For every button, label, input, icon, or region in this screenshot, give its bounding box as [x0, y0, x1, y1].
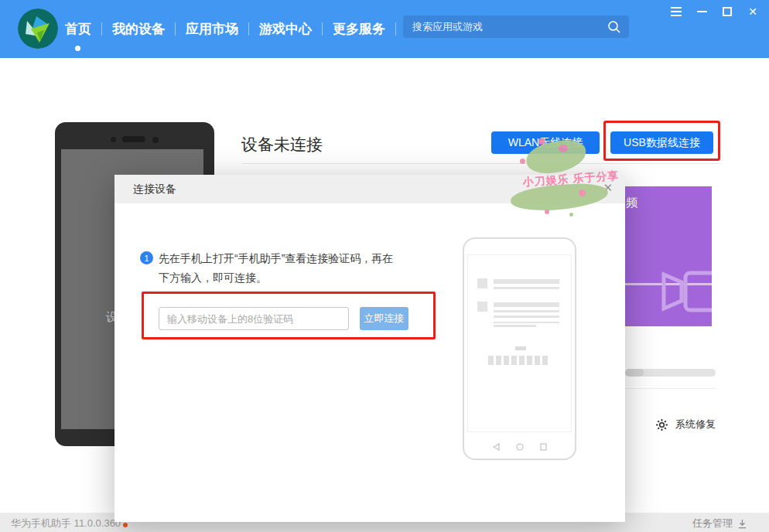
- placeholder-line: [494, 322, 559, 323]
- back-icon: [493, 443, 500, 451]
- verification-code-input[interactable]: [159, 307, 349, 330]
- code-boxes-row: [488, 356, 548, 365]
- update-dot-badge: [123, 523, 128, 527]
- nav-item-more-services[interactable]: 更多服务: [323, 20, 395, 38]
- nav-item-my-devices[interactable]: 我的设备: [102, 20, 175, 38]
- connect-device-dialog: 连接设备 ✕ 1 先在手机上打开“手机助手”查看连接验证码，再在 下方输入，即可…: [114, 175, 625, 522]
- usb-connect-button[interactable]: USB数据线连接: [610, 131, 713, 154]
- search-icon[interactable]: [607, 19, 622, 35]
- placeholder-line: [494, 315, 559, 318]
- window-controls: ✕: [669, 5, 760, 19]
- header-bar: 首页 我的设备 应用市场 游戏中心 更多服务 ✕: [0, 0, 769, 58]
- main-nav: 首页 我的设备 应用市场 游戏中心 更多服务: [65, 0, 396, 58]
- nav-separator: [395, 22, 396, 36]
- phone-speaker-bar: [122, 136, 145, 142]
- search-box[interactable]: [403, 15, 629, 38]
- minimize-icon[interactable]: [695, 5, 709, 19]
- step-number-badge: 1: [140, 251, 153, 264]
- dialog-instruction: 先在手机上打开“手机助手”查看连接验证码，再在 下方输入，即可连接。: [159, 249, 437, 288]
- placeholder-dash: [515, 346, 526, 350]
- system-repair-button[interactable]: 系统修复: [655, 418, 716, 431]
- menu-icon[interactable]: [669, 5, 683, 19]
- android-nav-bar: [464, 443, 575, 451]
- task-manager-button[interactable]: 任务管理: [692, 517, 747, 530]
- app-logo-icon[interactable]: [18, 9, 58, 49]
- placeholder-icon: [477, 302, 487, 312]
- recents-icon: [540, 443, 547, 451]
- window-close-icon[interactable]: ✕: [746, 5, 760, 19]
- storage-progress-bar: [625, 369, 716, 377]
- app-version: 华为手机助手 11.0.0.360: [11, 517, 128, 530]
- app-version-text: 华为手机助手 11.0.0.360: [11, 517, 121, 530]
- download-icon: [737, 519, 747, 529]
- nav-item-home-label: 首页: [65, 22, 91, 36]
- placeholder-line: [494, 325, 536, 327]
- dialog-titlebar: 连接设备 ✕: [114, 175, 625, 203]
- right-panel-divider: [625, 388, 716, 389]
- system-repair-label: 系统修复: [675, 418, 716, 431]
- video-feature-card[interactable]: 频: [625, 186, 712, 326]
- dialog-close-icon[interactable]: ✕: [603, 182, 613, 193]
- video-card-label: 频: [626, 196, 637, 210]
- dialog-title: 连接设备: [133, 182, 176, 196]
- placeholder-line: [494, 310, 559, 312]
- device-status-title: 设备未连接: [241, 134, 323, 155]
- instruction-line-1: 先在手机上打开“手机助手”查看连接验证码，再在: [159, 249, 437, 268]
- nav-item-app-market[interactable]: 应用市场: [176, 20, 248, 38]
- nav-item-game-center[interactable]: 游戏中心: [249, 20, 322, 38]
- phone-sensor-dot: [111, 137, 116, 142]
- placeholder-line: [494, 279, 559, 284]
- title-divider: [242, 163, 720, 164]
- placeholder-icon: [477, 278, 487, 288]
- nav-item-home[interactable]: 首页: [65, 20, 101, 38]
- placeholder-line: [494, 302, 559, 307]
- search-input[interactable]: [403, 21, 607, 32]
- placeholder-line: [494, 287, 559, 289]
- phone-camera-dot: [152, 137, 159, 143]
- maximize-icon[interactable]: [720, 5, 734, 19]
- connect-now-button[interactable]: 立即连接: [360, 307, 408, 330]
- task-manager-label: 任务管理: [692, 517, 733, 530]
- app-window: 首页 我的设备 应用市场 游戏中心 更多服务 ✕: [0, 0, 769, 532]
- home-icon: [516, 443, 524, 451]
- phone-illustration: [463, 237, 576, 460]
- gear-icon: [655, 418, 668, 431]
- active-nav-dot: [75, 46, 80, 51]
- instruction-line-2: 下方输入，即可连接。: [159, 268, 437, 288]
- wlan-connect-button[interactable]: WLAN无线连接: [491, 131, 600, 154]
- video-camera-icon: [656, 268, 712, 322]
